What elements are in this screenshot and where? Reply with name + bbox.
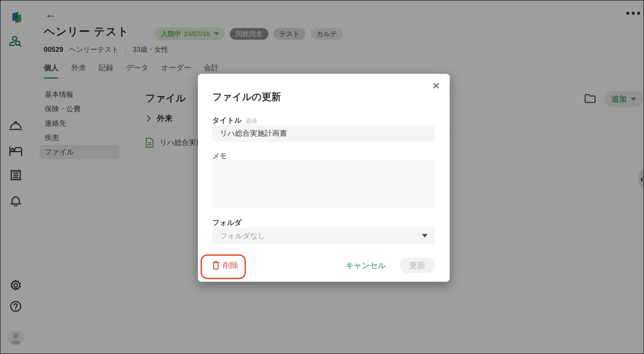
delete-button-label: 削除 [223,260,238,271]
required-badge: 必須 [246,117,257,125]
folder-select[interactable]: フォルダなし [212,227,435,244]
file-update-modal: ✕ ファイルの更新 タイトル 必須 メモ フォルダ フォルダなし 削除 キャンセ… [198,74,450,282]
modal-footer: 削除 キャンセル 更新 [212,258,435,273]
cancel-button[interactable]: キャンセル [346,260,386,271]
modal-title: ファイルの更新 [212,90,281,103]
title-input[interactable] [212,125,435,142]
close-icon[interactable]: ✕ [432,81,440,91]
delete-button[interactable]: 削除 [212,260,238,271]
folder-field-label: フォルダ [212,218,242,228]
title-field-label: タイトル 必須 [212,116,257,125]
update-button[interactable]: 更新 [400,258,435,273]
chevron-down-icon [422,234,428,238]
memo-textarea[interactable] [212,160,435,209]
trash-icon [212,261,220,270]
folder-select-value: フォルダなし [220,231,266,241]
